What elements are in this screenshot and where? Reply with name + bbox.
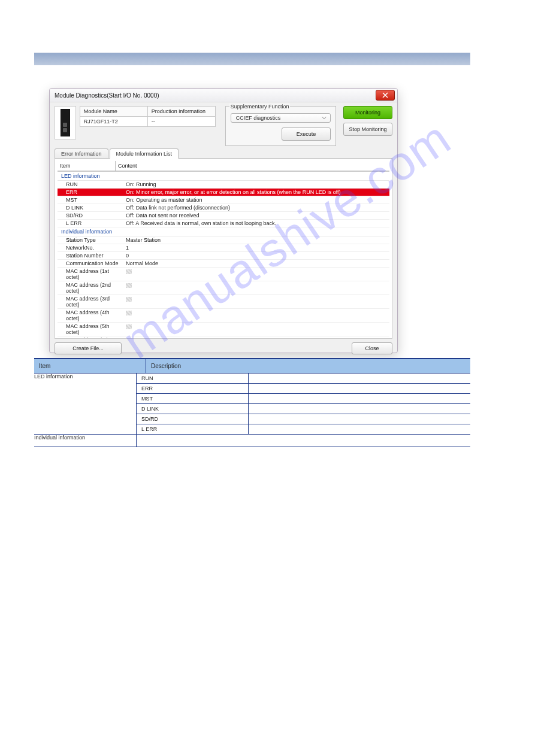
module-info-table: Module Name Production information RJ71G… [80, 106, 216, 127]
grid-item: Station Type [58, 236, 123, 244]
chevron-down-icon [322, 116, 327, 120]
grid-row: MAC address (5th octet) [58, 323, 389, 336]
desc-subitem: ERR [137, 384, 249, 393]
grid-content [123, 309, 389, 322]
production-info-value: -- [147, 117, 216, 127]
grid-item: MAC address (4th octet) [58, 309, 123, 322]
desc-subrow: ERR [137, 384, 470, 394]
grid-content: 1 [123, 244, 389, 251]
desc-subdesc [249, 424, 470, 434]
grid-content: 0 [123, 252, 389, 259]
grid-row: MAC address (2nd octet) [58, 281, 389, 295]
close-button[interactable]: Close [352, 342, 392, 354]
grid-row: Station Number0 [58, 252, 389, 260]
desc-subdesc [249, 404, 470, 414]
grid-content: Off: A Received data is normal, own stat… [123, 220, 389, 227]
grid-item: NetworkNo. [58, 244, 123, 251]
top-blue-bar [34, 53, 470, 65]
desc-header-item: Item [34, 359, 146, 373]
module-diagnostics-dialog: Module Diagnostics(Start I/O No. 0000) M… [49, 88, 398, 353]
desc-subitem: RUN [137, 374, 249, 383]
grid-content: Off: Data not sent nor received [123, 212, 389, 219]
redacted-value [126, 283, 132, 288]
module-name-value: RJ71GF11-T2 [80, 117, 147, 127]
tab-error-information[interactable]: Error Information [55, 148, 108, 158]
redacted-value [126, 311, 132, 315]
grid-row: RUNOn: Running [58, 181, 389, 189]
titlebar: Module Diagnostics(Start I/O No. 0000) [50, 89, 397, 102]
tabstrip: Error Information Module Information Lis… [55, 147, 392, 159]
desc-led-subitems: RUNERRMSTD LINKSD/RDL ERR [137, 374, 470, 434]
grid-content [123, 268, 389, 281]
grid-row: MAC address (4th octet) [58, 309, 389, 323]
desc-subitem: MST [137, 394, 249, 403]
grid-item: MAC address (5th octet) [58, 323, 123, 336]
execute-button[interactable]: Execute [282, 127, 331, 141]
window-close-button[interactable] [376, 90, 395, 101]
redacted-value [126, 269, 132, 274]
grid-content: Master Station [123, 236, 389, 244]
grid-item: MAC address (2nd octet) [58, 281, 123, 294]
desc-subitem: D LINK [137, 404, 249, 414]
grid-row: Communication ModeNormal Mode [58, 260, 389, 268]
grid-row: MAC address (1st octet) [58, 268, 389, 281]
section-led-info: LED information [58, 172, 389, 181]
supplementary-function-panel: Supplementary Function CCIEF diagnostics… [225, 106, 336, 146]
grid-content [123, 323, 389, 336]
desc-subrow: MST [137, 394, 470, 404]
desc-subitem: SD/RD [137, 414, 249, 424]
grid-content [123, 281, 389, 294]
desc-subdesc [249, 384, 470, 393]
grid-item: MST [58, 196, 123, 204]
desc-subrow: RUN [137, 374, 470, 384]
grid-item: Communication Mode [58, 260, 123, 267]
grid-header-item: Item [58, 161, 116, 171]
grid-row: D LINKOff: Data link not performed (disc… [58, 204, 389, 212]
desc-subdesc [249, 414, 470, 424]
grid-header-content: Content [116, 161, 389, 171]
desc-led-info: LED information [34, 374, 137, 434]
section-individual-info: Individual information [58, 227, 389, 236]
close-icon [382, 92, 388, 98]
desc-subitem: L ERR [137, 424, 249, 434]
grid-item: ERR [58, 189, 123, 196]
module-thumbnail [55, 106, 76, 139]
grid-item: MAC address (1st octet) [58, 268, 123, 281]
grid-content [123, 295, 389, 308]
grid-item: MAC address (3rd octet) [58, 295, 123, 308]
desc-subrow: D LINK [137, 404, 470, 414]
grid-item: Station Number [58, 252, 123, 259]
grid-row: MSTOn: Operating as master station [58, 196, 389, 204]
redacted-value [126, 324, 132, 329]
grid-row: ERROn: Minor error, major error, or at e… [58, 189, 389, 196]
desc-subdesc [249, 374, 470, 383]
production-info-header: Production information [147, 106, 216, 117]
desc-individual-cell [137, 435, 470, 447]
grid: Item Content LED information RUNOn: Runn… [55, 159, 392, 339]
grid-row: NetworkNo.1 [58, 244, 389, 252]
desc-subrow: SD/RD [137, 414, 470, 424]
create-file-button[interactable]: Create File... [55, 342, 122, 354]
tab-module-info-list[interactable]: Module Information List [110, 148, 179, 159]
grid-item: RUN [58, 181, 123, 188]
grid-row: MAC address (3rd octet) [58, 295, 389, 309]
grid-item: D LINK [58, 204, 123, 211]
supplementary-select[interactable]: CCIEF diagnostics [231, 113, 331, 123]
desc-subdesc [249, 394, 470, 403]
grid-item: L ERR [58, 220, 123, 227]
description-table: Item Description LED information RUNERRM… [34, 358, 470, 447]
grid-content: Off: Data link not performed (disconnect… [123, 204, 389, 211]
grid-content: On: Operating as master station [123, 196, 389, 204]
grid-content: Normal Mode [123, 260, 389, 267]
grid-row: Station TypeMaster Station [58, 236, 389, 244]
grid-content: On: Running [123, 181, 389, 188]
monitoring-button[interactable]: Monitoring [343, 106, 392, 119]
stop-monitoring-button[interactable]: Stop Monitoring [343, 123, 392, 136]
dialog-title: Module Diagnostics(Start I/O No. 0000) [55, 92, 159, 99]
supplementary-label: Supplementary Function [229, 104, 291, 110]
module-name-header: Module Name [80, 106, 147, 117]
grid-row: L ERROff: A Received data is normal, own… [58, 220, 389, 227]
supplementary-selected: CCIEF diagnostics [236, 115, 281, 121]
desc-subrow: L ERR [137, 424, 470, 434]
desc-header-desc: Description [146, 359, 470, 373]
